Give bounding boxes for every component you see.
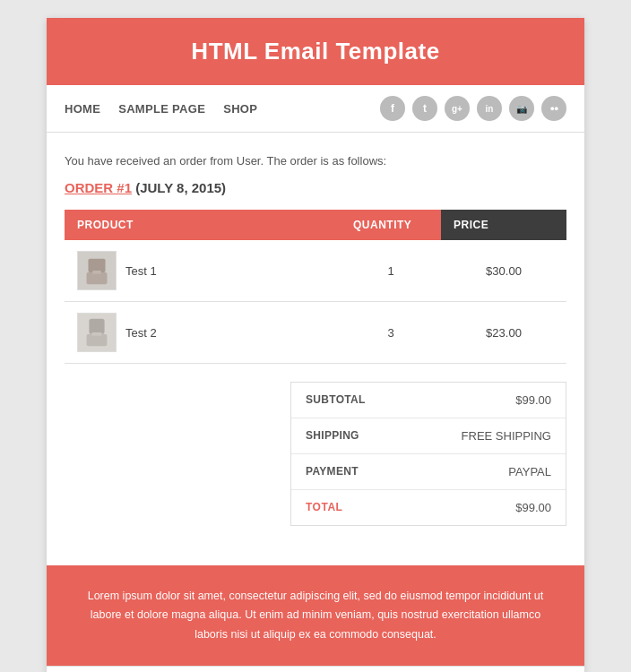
order-date: (JULY 8, 2015) — [132, 180, 226, 195]
subtotal-value: $99.00 — [515, 393, 551, 407]
shipping-label: SHIPPING — [306, 429, 359, 443]
nav-bar: HOME SAMPLE PAGE SHOP f t g+ in 📷 ●● — [47, 85, 584, 133]
col-header-price: PRICE — [441, 210, 566, 240]
total-label: TOTAL — [306, 501, 342, 514]
flickr-icon[interactable]: ●● — [541, 96, 566, 121]
payment-value: PAYPAL — [508, 465, 551, 478]
instagram-icon[interactable]: 📷 — [509, 96, 534, 121]
svg-rect-1 — [88, 259, 105, 272]
order-link[interactable]: ORDER #1 — [65, 180, 132, 195]
total-value: $99.00 — [515, 501, 551, 514]
svg-rect-6 — [87, 334, 108, 346]
email-header: HTML Email Template — [47, 18, 584, 85]
twitter-icon[interactable]: t — [412, 96, 437, 121]
nav-links: HOME SAMPLE PAGE SHOP — [65, 102, 257, 116]
product-cell-1: Test 1 — [65, 240, 341, 302]
facebook-icon[interactable]: f — [380, 96, 405, 121]
price-cell-2: $23.00 — [441, 302, 566, 364]
nav-shop[interactable]: SHOP — [223, 102, 257, 116]
quantity-cell-2: 3 — [341, 302, 441, 364]
nav-social-icons: f t g+ in 📷 ●● — [380, 96, 566, 121]
quantity-cell-1: 1 — [341, 240, 441, 302]
col-header-quantity: QUANTITY — [341, 210, 441, 240]
order-table: PRODUCT QUANTITY PRICE — [65, 210, 566, 364]
summary-total: TOTAL $99.00 — [291, 490, 566, 525]
intro-text: You have received an order from User. Th… — [65, 154, 566, 168]
email-title: HTML Email Template — [65, 38, 566, 65]
table-row: Test 2 3 $23.00 — [65, 302, 566, 364]
shipping-value: FREE SHIPPING — [462, 429, 551, 443]
product-cell-2: Test 2 — [65, 302, 341, 364]
summary-shipping: SHIPPING FREE SHIPPING — [291, 418, 566, 454]
order-heading: ORDER #1 (JULY 8, 2015) — [65, 180, 566, 195]
summary-container: SUBTOTAL $99.00 SHIPPING FREE SHIPPING P… — [65, 382, 566, 526]
payment-label: PAYMENT — [306, 465, 359, 478]
price-cell-1: $30.00 — [441, 240, 566, 302]
footer-white: f t g+ in 📷 ●● — [47, 666, 584, 672]
footer-red-text: Lorem ipsum dolor sit amet, consectetur … — [73, 587, 558, 644]
main-content: You have received an order from User. Th… — [47, 133, 584, 565]
product-name-1: Test 1 — [125, 264, 157, 278]
googleplus-icon[interactable]: g+ — [445, 96, 470, 121]
footer-red: Lorem ipsum dolor sit amet, consectetur … — [47, 565, 584, 666]
table-row: Test 1 1 $30.00 — [65, 240, 566, 302]
nav-home[interactable]: HOME — [65, 102, 100, 116]
product-thumb-2 — [77, 313, 117, 352]
svg-rect-3 — [92, 271, 101, 274]
summary-box: SUBTOTAL $99.00 SHIPPING FREE SHIPPING P… — [290, 382, 566, 526]
svg-rect-7 — [91, 332, 101, 336]
product-name-2: Test 2 — [125, 326, 157, 340]
subtotal-label: SUBTOTAL — [306, 393, 366, 407]
product-thumb-1 — [77, 251, 117, 290]
svg-rect-2 — [87, 272, 108, 284]
email-wrapper: HTML Email Template HOME SAMPLE PAGE SHO… — [47, 18, 584, 672]
col-header-product: PRODUCT — [65, 210, 341, 240]
nav-sample-page[interactable]: SAMPLE PAGE — [118, 102, 205, 116]
linkedin-icon[interactable]: in — [477, 96, 502, 121]
summary-payment: PAYMENT PAYPAL — [291, 454, 566, 490]
summary-subtotal: SUBTOTAL $99.00 — [291, 383, 566, 418]
svg-rect-5 — [89, 319, 104, 334]
